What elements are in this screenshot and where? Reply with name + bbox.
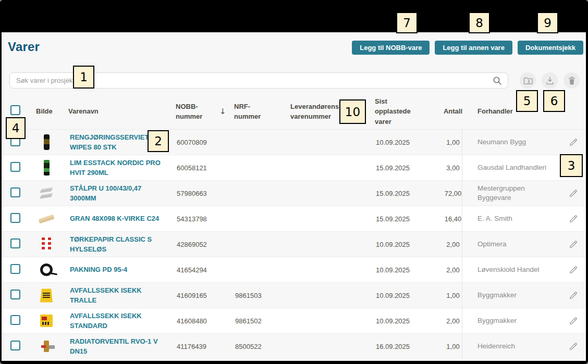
edit-row-button[interactable] xyxy=(568,265,579,275)
col-header-varenavn: Varenavn xyxy=(68,106,176,117)
quantity-value: 1,00 xyxy=(440,139,463,146)
annotation-mark-8: 8 xyxy=(469,12,490,33)
col-header-nobb-nummer[interactable]: NOBB-nummer ↓ xyxy=(176,102,234,122)
quantity-value: 2,00 xyxy=(440,241,463,248)
nobb-number: 60058121 xyxy=(176,164,234,172)
annotation-mark-9: 9 xyxy=(537,12,558,33)
trash-icon[interactable] xyxy=(564,72,580,89)
product-name-link[interactable]: STÅLPR U 100/43/0,47 3000MM xyxy=(70,183,169,204)
table-row: RENGJØRINGSSERVIETTER WIPES 80 STK 60070… xyxy=(2,129,586,155)
retailer-name: Byggmakker xyxy=(477,291,561,300)
nobb-number: 41608480 xyxy=(176,317,234,325)
product-image xyxy=(38,209,55,228)
product-name-link[interactable]: LIM ESSTACK NORDIC PRO HVIT 290ML xyxy=(70,158,169,178)
table-row: STÅLPR U 100/43/0,47 3000MM 57980663 15.… xyxy=(2,180,586,206)
quantity-value: 1,00 xyxy=(440,343,463,350)
retailer-name: Neumann Bygg xyxy=(477,137,561,147)
quantity-value: 16,40 xyxy=(440,215,463,223)
retailer-name: Gausdal Landhandleri xyxy=(477,163,561,172)
product-image xyxy=(38,133,55,152)
product-image xyxy=(38,337,55,356)
product-image xyxy=(38,184,55,203)
edit-row-button[interactable] xyxy=(568,239,579,250)
search-icon xyxy=(493,76,502,87)
edit-row-button[interactable] xyxy=(568,188,579,199)
row-checkbox[interactable] xyxy=(10,264,20,274)
document-check-button[interactable]: Dokumentsjekk xyxy=(518,41,583,55)
edit-row-button[interactable] xyxy=(568,316,579,327)
quantity-value: 1,00 xyxy=(440,292,463,299)
sort-descending-icon[interactable]: ↓ xyxy=(219,106,226,118)
row-checkbox[interactable] xyxy=(10,341,20,350)
retailer-name: Løvenskiold Handel xyxy=(477,265,561,274)
nobb-number: 57980663 xyxy=(176,190,234,197)
product-image xyxy=(38,311,55,330)
last-uploaded-date: 16.09.2025 xyxy=(375,343,427,350)
annotation-mark-7: 7 xyxy=(396,12,418,33)
nrf-number: 9861503 xyxy=(234,292,290,299)
col-header-antall: Antall xyxy=(427,94,463,129)
retailer-name: Heidenreich xyxy=(477,342,561,351)
table-row: AVFALLSSEKK ISEKK TRALLE 41609165 986150… xyxy=(2,282,586,308)
export-folder-icon[interactable] xyxy=(520,72,536,89)
table-body: RENGJØRINGSSERVIETTER WIPES 80 STK 60070… xyxy=(2,129,586,359)
row-checkbox[interactable] xyxy=(10,315,20,325)
nobb-number: 41176439 xyxy=(176,343,234,350)
table-row: GRAN 48X098 K-VIRKE C24 54313798 15.09.2… xyxy=(2,206,586,231)
annotation-mark-5: 5 xyxy=(516,90,538,112)
table-row: RADIATORVENTIL RVO-1 V DN15 41176439 850… xyxy=(2,333,586,359)
edit-row-button[interactable] xyxy=(568,137,579,148)
product-name-link[interactable]: AVFALLSSEKK ISEKK STANDARD xyxy=(70,311,169,331)
nobb-number: 54313798 xyxy=(176,215,234,223)
last-uploaded-date: 10.09.2025 xyxy=(375,241,427,248)
row-checkbox[interactable] xyxy=(10,239,20,248)
product-image xyxy=(38,260,55,279)
nobb-number: 60070809 xyxy=(176,139,234,146)
table-toolbar xyxy=(520,72,580,89)
product-name-link[interactable]: AVFALLSSEKK ISEKK TRALLE xyxy=(70,285,169,306)
quantity-value: 2,00 xyxy=(440,317,463,325)
retailer-name: E. A. Smith xyxy=(477,214,561,223)
annotation-mark-1: 1 xyxy=(73,66,94,89)
product-name-link[interactable]: RADIATORVENTIL RVO-1 V DN15 xyxy=(70,336,169,357)
nobb-number: 41609165 xyxy=(176,292,234,299)
quantity-value: 3,00 xyxy=(440,164,463,172)
page-title: Varer xyxy=(8,40,40,54)
row-checkbox[interactable] xyxy=(10,290,20,299)
app-window: Varer Legg til NOBB-vare Legg til annen … xyxy=(0,0,588,364)
retailer-name: Mestergruppen Byggevare xyxy=(477,184,561,203)
last-uploaded-date: 10.09.2025 xyxy=(375,292,427,299)
col-header-bilde: Bilde xyxy=(36,106,68,117)
row-checkbox[interactable] xyxy=(10,187,20,197)
table-row: PAKNING PD 95-4 41654294 10.09.2025 2,00… xyxy=(2,257,586,282)
edit-row-button[interactable] xyxy=(568,290,579,301)
row-checkbox[interactable] xyxy=(10,162,20,172)
last-uploaded-date: 10.09.2025 xyxy=(375,266,427,274)
table-row: TØRKEPAPIR CLASSIC S HYLSELØS 42869052 1… xyxy=(2,231,586,257)
last-uploaded-date: 10.09.2025 xyxy=(375,139,427,146)
row-checkbox[interactable] xyxy=(10,213,20,223)
edit-row-button[interactable] xyxy=(568,341,579,352)
product-image xyxy=(38,286,55,305)
product-name-link[interactable]: GRAN 48X098 K-VIRKE C24 xyxy=(70,214,159,224)
last-uploaded-date: 15.09.2025 xyxy=(375,190,427,197)
last-uploaded-date: 15.09.2025 xyxy=(375,215,427,223)
product-name-link[interactable]: PAKNING PD 95-4 xyxy=(70,265,127,275)
nobb-number: 42869052 xyxy=(176,241,234,248)
nrf-number: 8500522 xyxy=(234,343,290,350)
last-uploaded-date: 10.09.2025 xyxy=(375,317,427,325)
edit-row-button[interactable] xyxy=(568,214,579,224)
nrf-number: 9861502 xyxy=(234,317,290,325)
add-nobb-item-button[interactable]: Legg til NOBB-vare xyxy=(352,41,430,55)
table-row: LIM ESSTACK NORDIC PRO HVIT 290ML 600581… xyxy=(2,155,586,180)
product-name-link[interactable]: TØRKEPAPIR CLASSIC S HYLSELØS xyxy=(70,234,169,255)
select-all-checkbox[interactable] xyxy=(10,105,20,115)
table-header: Bilde Varenavn NOBB-nummer ↓ NRF-nummer … xyxy=(2,94,586,129)
download-icon[interactable] xyxy=(542,72,558,89)
annotation-mark-2: 2 xyxy=(148,130,169,152)
annotation-mark-10: 10 xyxy=(339,99,366,124)
add-other-item-button[interactable]: Legg til annen vare xyxy=(435,41,512,55)
quantity-value: 2,00 xyxy=(440,266,463,274)
product-image xyxy=(38,158,55,177)
retailer-name: Byggmakker xyxy=(477,316,561,325)
